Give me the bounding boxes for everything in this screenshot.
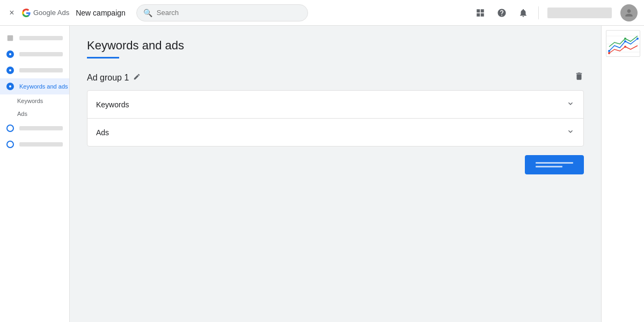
sidebar-item-6[interactable] [0, 136, 69, 152]
action-bar [87, 155, 584, 174]
header: × Google Ads New campaign 🔍 [0, 0, 644, 26]
chart-svg [606, 31, 640, 57]
sidebar-sub-label-keywords: Keywords [17, 98, 43, 104]
step-circle-2 [6, 50, 14, 58]
header-icons [474, 4, 638, 21]
save-line-2 [536, 166, 562, 167]
sidebar-item-keywords-ads[interactable]: Keywords and ads [0, 78, 69, 94]
sidebar-item-1[interactable] [0, 30, 69, 46]
google-ads-label: Google Ads [33, 9, 69, 17]
header-left: × Google Ads New campaign [6, 8, 126, 18]
step-circle-4 [6, 83, 14, 90]
chevron-down-keywords-icon [566, 99, 575, 109]
google-logo: Google Ads [21, 8, 69, 18]
save-line-1 [536, 162, 573, 164]
sidebar-line-2 [19, 52, 63, 56]
main-container: Keywords and ads Keywords Ads Keywords a… [0, 26, 644, 322]
delete-icon[interactable] [574, 71, 584, 84]
save-button[interactable] [525, 155, 584, 174]
ad-group-title: Ad group 1 [87, 73, 129, 83]
step-circle-3 [6, 67, 14, 74]
sidebar-sub-label-ads: Ads [17, 111, 27, 117]
google-icon [21, 8, 31, 18]
chart-preview [606, 30, 640, 57]
svg-point-7 [608, 52, 610, 54]
search-input[interactable] [157, 9, 301, 17]
help-icon[interactable] [495, 6, 508, 19]
sidebar-line-6 [19, 142, 63, 147]
notifications-icon[interactable] [517, 6, 530, 19]
chevron-down-ads-icon [566, 127, 575, 137]
campaign-title: New campaign [76, 9, 126, 17]
sidebar-line-5 [19, 126, 63, 130]
svg-point-5 [624, 40, 626, 42]
sidebar-item-2[interactable] [0, 46, 69, 62]
accordion-ads-label: Ads [96, 128, 566, 137]
save-button-content [536, 162, 573, 167]
sidebar-label-keywords-ads: Keywords and ads [19, 83, 68, 90]
step-circle-6 [6, 141, 14, 148]
sidebar-line-1 [19, 36, 63, 40]
accordion-keywords-label: Keywords [96, 100, 566, 109]
ad-group-header: Ad group 1 [87, 71, 584, 84]
step-icon-1 [6, 34, 14, 42]
svg-point-6 [636, 38, 639, 40]
content-area: Keywords and ads Ad group 1 Keywords Ads [70, 26, 601, 322]
svg-point-4 [608, 50, 610, 52]
accordion-container: Keywords Ads [87, 90, 584, 147]
sidebar-line-3 [19, 68, 63, 72]
right-panel [601, 26, 644, 322]
grid-icon[interactable] [474, 6, 487, 19]
svg-point-9 [624, 38, 626, 40]
page-title: Keywords and ads [87, 39, 584, 53]
account-selector[interactable] [547, 8, 612, 18]
header-divider [538, 6, 539, 19]
sidebar-item-3[interactable] [0, 62, 69, 78]
sidebar: Keywords and ads Keywords Ads [0, 26, 70, 322]
sidebar-sub-item-keywords[interactable]: Keywords [0, 94, 69, 107]
title-underline [87, 57, 119, 58]
sidebar-sub-item-ads[interactable]: Ads [0, 107, 69, 120]
svg-point-8 [624, 46, 626, 48]
search-bar[interactable]: 🔍 [136, 4, 308, 21]
edit-icon[interactable] [133, 73, 141, 82]
step-circle-5 [6, 125, 14, 132]
close-button[interactable]: × [6, 8, 17, 18]
accordion-keywords[interactable]: Keywords [87, 91, 583, 119]
search-icon: 🔍 [143, 9, 152, 17]
avatar[interactable] [620, 4, 638, 21]
accordion-ads[interactable]: Ads [87, 119, 583, 146]
svg-rect-0 [8, 35, 13, 41]
sidebar-item-5[interactable] [0, 120, 69, 136]
